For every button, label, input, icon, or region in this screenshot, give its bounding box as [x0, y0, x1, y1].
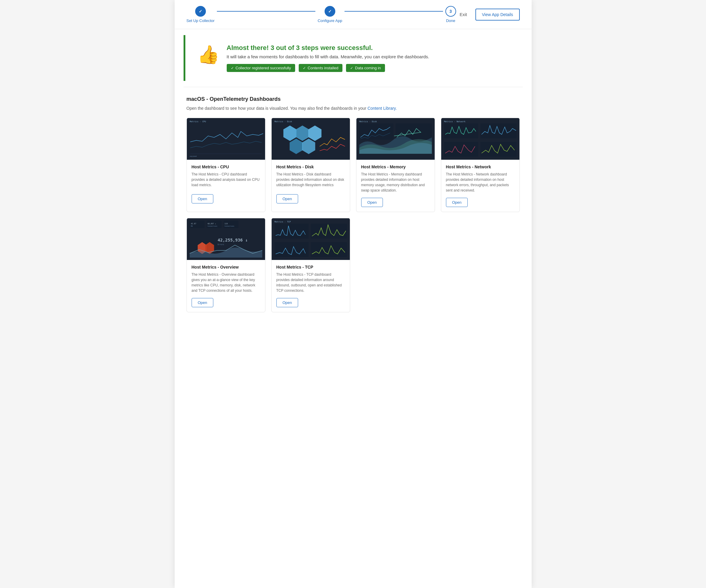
step-connector-2 [345, 11, 443, 12]
divider [184, 87, 523, 87]
open-cpu-button[interactable]: Open [192, 194, 213, 203]
step-done: 3 Done [445, 6, 456, 23]
svg-text:Metrics - Disk: Metrics - Disk [359, 120, 377, 123]
dashboards-section: macOS - OpenTelemetry Dashboards Open th… [174, 96, 532, 324]
open-disk-button[interactable]: Open [276, 194, 299, 203]
svg-text:42.87: 42.87 [191, 222, 196, 224]
thumbnail-cpu: Metrics - CPU avg/peak [187, 118, 265, 160]
card-tcp-desc: The Host Metrics - TCP dashboard provide… [276, 272, 345, 293]
open-network-button[interactable]: Open [446, 198, 468, 207]
step-done-circle: 3 [445, 6, 456, 17]
card-disk-title: Host Metrics - Disk [276, 165, 345, 169]
success-subtitle: It will take a few moments for dashboard… [227, 54, 511, 59]
svg-text:Errors: Errors [218, 243, 224, 245]
badge-contents: ✓ Contents installed [299, 64, 343, 72]
exit-button[interactable]: Exit [456, 9, 471, 19]
step-configure-label: Configure App [318, 18, 342, 23]
card-memory-desc: The Host Metrics - Memory dashboard prov… [361, 172, 430, 193]
card-disk: Metrics - Disk [271, 118, 350, 212]
stepper: ✓ Set Up Collector ✓ Configure App 3 Don… [187, 6, 456, 23]
svg-rect-17 [444, 123, 478, 138]
badge-collector: ✓ Collector registered successfully [227, 64, 295, 72]
svg-text:Metrics - Disk: Metrics - Disk [274, 120, 292, 123]
card-disk-body: Host Metrics - Disk The Host Metrics - D… [272, 160, 350, 208]
header: ✓ Set Up Collector ✓ Configure App 3 Don… [174, 0, 532, 29]
badges-container: ✓ Collector registered successfully ✓ Co… [227, 64, 511, 72]
step-setup-label: Set Up Collector [187, 18, 215, 23]
success-content: Almost there! 3 out of 3 steps were succ… [227, 44, 511, 72]
check-icon-3: ✓ [350, 66, 353, 70]
svg-text:Metrics - Network: Metrics - Network [444, 120, 465, 123]
thumbs-up-icon: 👍 [197, 44, 220, 65]
card-cpu-title: Host Metrics - CPU [192, 165, 260, 169]
card-disk-desc: The Host Metrics - Disk dashboard provid… [276, 172, 345, 190]
dashboards-title: macOS - OpenTelemetry Dashboards [187, 96, 520, 102]
header-actions: Exit View App Details [456, 9, 520, 20]
badge-collector-label: Collector registered successfully [236, 66, 291, 70]
badge-contents-label: Contents installed [308, 66, 338, 70]
open-overview-button[interactable]: Open [192, 298, 213, 307]
card-cpu-desc: The Host Metrics - CPU dashboard provide… [192, 172, 260, 190]
svg-rect-40 [311, 242, 347, 257]
card-memory: Metrics - Disk Host Metrics - M [356, 118, 435, 212]
svg-text:Connections: Connections [207, 225, 217, 227]
success-banner: 👍 Almost there! 3 out of 3 steps were su… [184, 35, 523, 81]
card-memory-body: Host Metrics - Memory The Host Metrics -… [356, 160, 435, 212]
card-overview-desc: The Host Metrics - Overview dashboard gi… [192, 272, 260, 293]
svg-text:Connections: Connections [224, 225, 234, 227]
dashboard-cards-row1: Metrics - CPU avg/peak Host Metrics - CP… [187, 118, 520, 212]
card-tcp-body: Host Metrics - TCP The Host Metrics - TC… [272, 260, 350, 312]
badge-data: ✓ Data coming in [346, 64, 385, 72]
thumbnail-overview: 42.87 MB 68,897 ↓ Connections 119 Connec… [187, 218, 265, 260]
svg-rect-20 [480, 142, 516, 157]
card-network-body: Host Metrics - Network The Host Metrics … [441, 160, 519, 212]
svg-text:68,897 ↓: 68,897 ↓ [207, 222, 216, 224]
svg-text:MB: MB [191, 225, 193, 227]
svg-text:Metrics - TCP: Metrics - TCP [274, 221, 291, 223]
card-network-desc: The Host Metrics - Network dashboard pro… [446, 172, 515, 193]
card-tcp-title: Host Metrics - TCP [276, 265, 345, 269]
step-setup-circle: ✓ [195, 6, 206, 17]
open-tcp-button[interactable]: Open [276, 298, 299, 307]
card-network-title: Host Metrics - Network [446, 165, 515, 169]
svg-rect-38 [311, 224, 347, 239]
thumbnail-disk: Metrics - Disk [272, 118, 350, 160]
dashboards-description: Open the dashboard to see how your data … [187, 106, 520, 111]
badge-data-label: Data coming in [355, 66, 381, 70]
step-connector-1 [217, 11, 315, 12]
card-overview-body: Host Metrics - Overview The Host Metrics… [187, 260, 265, 312]
thumbnail-memory: Metrics - Disk [356, 118, 435, 160]
svg-rect-4 [272, 118, 349, 160]
thumbnail-tcp: Metrics - TCP [272, 218, 350, 260]
step-done-label: Done [446, 18, 455, 23]
card-cpu-body: Host Metrics - CPU The Host Metrics - CP… [187, 160, 265, 208]
thumbnail-network: Metrics - Network [441, 118, 519, 160]
svg-text:119: 119 [224, 222, 228, 224]
card-memory-title: Host Metrics - Memory [361, 165, 430, 169]
card-overview: 42.87 MB 68,897 ↓ Connections 119 Connec… [187, 218, 265, 312]
svg-text:Metrics - CPU: Metrics - CPU [190, 120, 206, 123]
card-tcp: Metrics - TCP Host Metrics - TC [271, 218, 350, 312]
card-overview-title: Host Metrics - Overview [192, 265, 260, 269]
content-library-link[interactable]: Content Library. [367, 106, 397, 111]
open-memory-button[interactable]: Open [361, 198, 383, 207]
check-icon-2: ✓ [303, 66, 306, 70]
dashboard-cards-row2: 42.87 MB 68,897 ↓ Connections 119 Connec… [187, 218, 520, 312]
view-app-details-button[interactable]: View App Details [475, 9, 520, 20]
card-cpu: Metrics - CPU avg/peak Host Metrics - CP… [187, 118, 265, 212]
step-setup: ✓ Set Up Collector [187, 6, 215, 23]
step-configure-circle: ✓ [324, 6, 335, 17]
svg-text:42,255,936 ↓: 42,255,936 ↓ [218, 238, 247, 242]
success-title: Almost there! 3 out of 3 steps were succ… [227, 44, 511, 52]
svg-text:avg/peak: avg/peak [190, 155, 197, 157]
card-network: Metrics - Network Host Metrics [441, 118, 520, 212]
step-configure: ✓ Configure App [318, 6, 342, 23]
check-icon-1: ✓ [231, 66, 234, 70]
